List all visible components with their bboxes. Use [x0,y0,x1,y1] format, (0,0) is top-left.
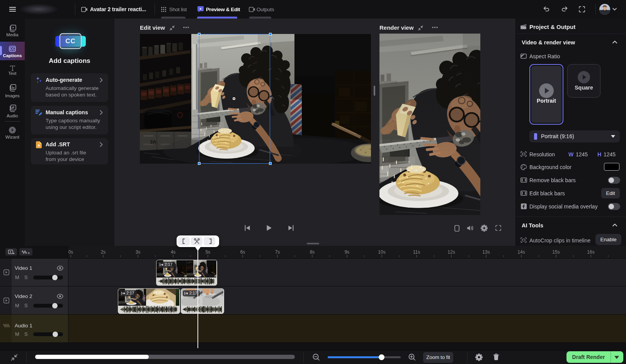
svg-text:5s: 5s [206,249,211,255]
svg-text:9s: 9s [345,249,350,255]
svg-text:8s: 8s [310,249,315,255]
svg-text:4s: 4s [171,249,176,255]
svg-text:12s: 12s [447,249,455,255]
svg-text:13s: 13s [482,249,490,255]
svg-text:2s: 2s [101,249,106,255]
svg-text:10s: 10s [378,249,385,255]
svg-text:16s: 16s [587,249,594,255]
svg-text:15s: 15s [552,249,560,255]
svg-text:7s: 7s [275,249,280,255]
svg-text:11s: 11s [413,249,420,255]
svg-text:0s: 0s [68,249,73,255]
svg-text:6s: 6s [240,249,245,255]
svg-text:3s: 3s [136,249,141,255]
svg-text:14s: 14s [517,249,525,255]
